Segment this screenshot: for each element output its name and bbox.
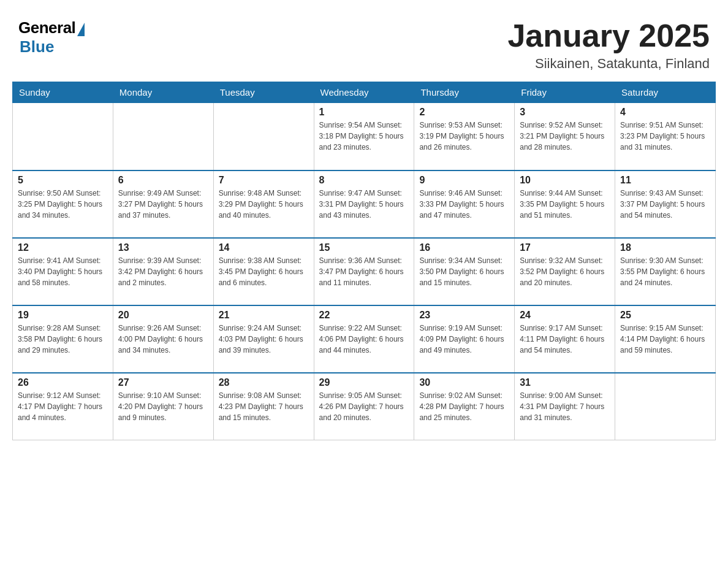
day-info: Sunrise: 9:50 AM Sunset: 3:25 PM Dayligh… xyxy=(18,188,108,221)
day-info: Sunrise: 9:51 AM Sunset: 3:23 PM Dayligh… xyxy=(620,120,710,153)
calendar-cell: 4Sunrise: 9:51 AM Sunset: 3:23 PM Daylig… xyxy=(615,103,716,170)
weekday-header-sunday: Sunday xyxy=(13,82,113,103)
location-title: Siikainen, Satakunta, Finland xyxy=(507,56,710,72)
day-number: 8 xyxy=(319,175,409,186)
day-info: Sunrise: 9:12 AM Sunset: 4:17 PM Dayligh… xyxy=(18,390,108,423)
weekday-header-tuesday: Tuesday xyxy=(213,82,314,103)
weekday-header-thursday: Thursday xyxy=(414,82,515,103)
weekday-header-wednesday: Wednesday xyxy=(314,82,414,103)
day-info: Sunrise: 9:28 AM Sunset: 3:58 PM Dayligh… xyxy=(18,323,108,356)
day-number: 1 xyxy=(319,107,409,118)
calendar-cell: 27Sunrise: 9:10 AM Sunset: 4:20 PM Dayli… xyxy=(113,373,213,440)
day-number: 25 xyxy=(620,310,710,321)
logo-triangle-icon xyxy=(77,23,85,36)
calendar-cell: 16Sunrise: 9:34 AM Sunset: 3:50 PM Dayli… xyxy=(414,238,515,305)
day-info: Sunrise: 9:00 AM Sunset: 4:31 PM Dayligh… xyxy=(520,390,610,423)
calendar-cell: 22Sunrise: 9:22 AM Sunset: 4:06 PM Dayli… xyxy=(314,305,414,373)
day-number: 13 xyxy=(118,242,208,253)
weekday-header-friday: Friday xyxy=(515,82,615,103)
day-number: 2 xyxy=(419,107,509,118)
day-info: Sunrise: 9:39 AM Sunset: 3:42 PM Dayligh… xyxy=(118,255,208,288)
day-number: 4 xyxy=(620,107,710,118)
day-number: 28 xyxy=(219,377,309,388)
day-info: Sunrise: 9:41 AM Sunset: 3:40 PM Dayligh… xyxy=(18,255,108,288)
day-number: 3 xyxy=(520,107,610,118)
day-info: Sunrise: 9:54 AM Sunset: 3:18 PM Dayligh… xyxy=(319,120,409,153)
page-header: General Blue January 2025 Siikainen, Sat… xyxy=(12,12,716,72)
calendar-cell: 3Sunrise: 9:52 AM Sunset: 3:21 PM Daylig… xyxy=(515,103,615,170)
day-info: Sunrise: 9:05 AM Sunset: 4:26 PM Dayligh… xyxy=(319,390,409,423)
calendar-cell: 14Sunrise: 9:38 AM Sunset: 3:45 PM Dayli… xyxy=(213,238,314,305)
calendar-cell: 18Sunrise: 9:30 AM Sunset: 3:55 PM Dayli… xyxy=(615,238,716,305)
calendar-cell: 12Sunrise: 9:41 AM Sunset: 3:40 PM Dayli… xyxy=(13,238,113,305)
day-info: Sunrise: 9:43 AM Sunset: 3:37 PM Dayligh… xyxy=(620,188,710,221)
day-info: Sunrise: 9:36 AM Sunset: 3:47 PM Dayligh… xyxy=(319,255,409,288)
calendar-cell xyxy=(113,103,213,170)
calendar-week-row: 5Sunrise: 9:50 AM Sunset: 3:25 PM Daylig… xyxy=(13,170,716,238)
day-info: Sunrise: 9:22 AM Sunset: 4:06 PM Dayligh… xyxy=(319,323,409,356)
calendar-week-row: 26Sunrise: 9:12 AM Sunset: 4:17 PM Dayli… xyxy=(13,373,716,440)
day-info: Sunrise: 9:32 AM Sunset: 3:52 PM Dayligh… xyxy=(520,255,610,288)
calendar-week-row: 1Sunrise: 9:54 AM Sunset: 3:18 PM Daylig… xyxy=(13,103,716,170)
calendar-cell: 11Sunrise: 9:43 AM Sunset: 3:37 PM Dayli… xyxy=(615,170,716,238)
day-number: 6 xyxy=(118,175,208,186)
calendar-cell: 28Sunrise: 9:08 AM Sunset: 4:23 PM Dayli… xyxy=(213,373,314,440)
calendar-cell: 6Sunrise: 9:49 AM Sunset: 3:27 PM Daylig… xyxy=(113,170,213,238)
calendar-cell: 21Sunrise: 9:24 AM Sunset: 4:03 PM Dayli… xyxy=(213,305,314,373)
day-info: Sunrise: 9:44 AM Sunset: 3:35 PM Dayligh… xyxy=(520,188,610,221)
day-number: 31 xyxy=(520,377,610,388)
calendar-cell xyxy=(615,373,716,440)
day-number: 21 xyxy=(219,310,309,321)
calendar-cell: 13Sunrise: 9:39 AM Sunset: 3:42 PM Dayli… xyxy=(113,238,213,305)
day-info: Sunrise: 9:38 AM Sunset: 3:45 PM Dayligh… xyxy=(219,255,309,288)
calendar-week-row: 19Sunrise: 9:28 AM Sunset: 3:58 PM Dayli… xyxy=(13,305,716,373)
day-number: 18 xyxy=(620,242,710,253)
day-number: 11 xyxy=(620,175,710,186)
day-info: Sunrise: 9:10 AM Sunset: 4:20 PM Dayligh… xyxy=(118,390,208,423)
day-info: Sunrise: 9:52 AM Sunset: 3:21 PM Dayligh… xyxy=(520,120,610,153)
day-number: 9 xyxy=(419,175,509,186)
weekday-header-saturday: Saturday xyxy=(615,82,716,103)
logo: General Blue xyxy=(18,18,85,56)
calendar-cell: 17Sunrise: 9:32 AM Sunset: 3:52 PM Dayli… xyxy=(515,238,615,305)
day-info: Sunrise: 9:17 AM Sunset: 4:11 PM Dayligh… xyxy=(520,323,610,356)
calendar-cell: 7Sunrise: 9:48 AM Sunset: 3:29 PM Daylig… xyxy=(213,170,314,238)
calendar-header-row: SundayMondayTuesdayWednesdayThursdayFrid… xyxy=(13,82,716,103)
calendar-cell: 26Sunrise: 9:12 AM Sunset: 4:17 PM Dayli… xyxy=(13,373,113,440)
day-info: Sunrise: 9:15 AM Sunset: 4:14 PM Dayligh… xyxy=(620,323,710,356)
calendar-cell: 5Sunrise: 9:50 AM Sunset: 3:25 PM Daylig… xyxy=(13,170,113,238)
calendar-cell: 24Sunrise: 9:17 AM Sunset: 4:11 PM Dayli… xyxy=(515,305,615,373)
day-info: Sunrise: 9:49 AM Sunset: 3:27 PM Dayligh… xyxy=(118,188,208,221)
calendar-cell: 20Sunrise: 9:26 AM Sunset: 4:00 PM Dayli… xyxy=(113,305,213,373)
calendar-cell: 8Sunrise: 9:47 AM Sunset: 3:31 PM Daylig… xyxy=(314,170,414,238)
calendar-cell: 31Sunrise: 9:00 AM Sunset: 4:31 PM Dayli… xyxy=(515,373,615,440)
calendar-cell: 2Sunrise: 9:53 AM Sunset: 3:19 PM Daylig… xyxy=(414,103,515,170)
day-info: Sunrise: 9:26 AM Sunset: 4:00 PM Dayligh… xyxy=(118,323,208,356)
day-number: 5 xyxy=(18,175,108,186)
calendar-cell: 30Sunrise: 9:02 AM Sunset: 4:28 PM Dayli… xyxy=(414,373,515,440)
day-info: Sunrise: 9:08 AM Sunset: 4:23 PM Dayligh… xyxy=(219,390,309,423)
calendar-cell: 9Sunrise: 9:46 AM Sunset: 3:33 PM Daylig… xyxy=(414,170,515,238)
day-number: 10 xyxy=(520,175,610,186)
day-info: Sunrise: 9:47 AM Sunset: 3:31 PM Dayligh… xyxy=(319,188,409,221)
day-info: Sunrise: 9:19 AM Sunset: 4:09 PM Dayligh… xyxy=(419,323,509,356)
day-info: Sunrise: 9:30 AM Sunset: 3:55 PM Dayligh… xyxy=(620,255,710,288)
day-info: Sunrise: 9:34 AM Sunset: 3:50 PM Dayligh… xyxy=(419,255,509,288)
day-number: 12 xyxy=(18,242,108,253)
day-number: 17 xyxy=(520,242,610,253)
logo-general-text: General xyxy=(18,18,75,37)
day-number: 24 xyxy=(520,310,610,321)
calendar-cell: 23Sunrise: 9:19 AM Sunset: 4:09 PM Dayli… xyxy=(414,305,515,373)
day-number: 7 xyxy=(219,175,309,186)
day-number: 15 xyxy=(319,242,409,253)
calendar-table: SundayMondayTuesdayWednesdayThursdayFrid… xyxy=(12,82,716,440)
month-title: January 2025 xyxy=(507,18,710,53)
calendar-cell xyxy=(213,103,314,170)
calendar-cell: 25Sunrise: 9:15 AM Sunset: 4:14 PM Dayli… xyxy=(615,305,716,373)
calendar-cell: 15Sunrise: 9:36 AM Sunset: 3:47 PM Dayli… xyxy=(314,238,414,305)
day-info: Sunrise: 9:46 AM Sunset: 3:33 PM Dayligh… xyxy=(419,188,509,221)
day-number: 27 xyxy=(118,377,208,388)
day-number: 23 xyxy=(419,310,509,321)
day-info: Sunrise: 9:53 AM Sunset: 3:19 PM Dayligh… xyxy=(419,120,509,153)
day-number: 29 xyxy=(319,377,409,388)
